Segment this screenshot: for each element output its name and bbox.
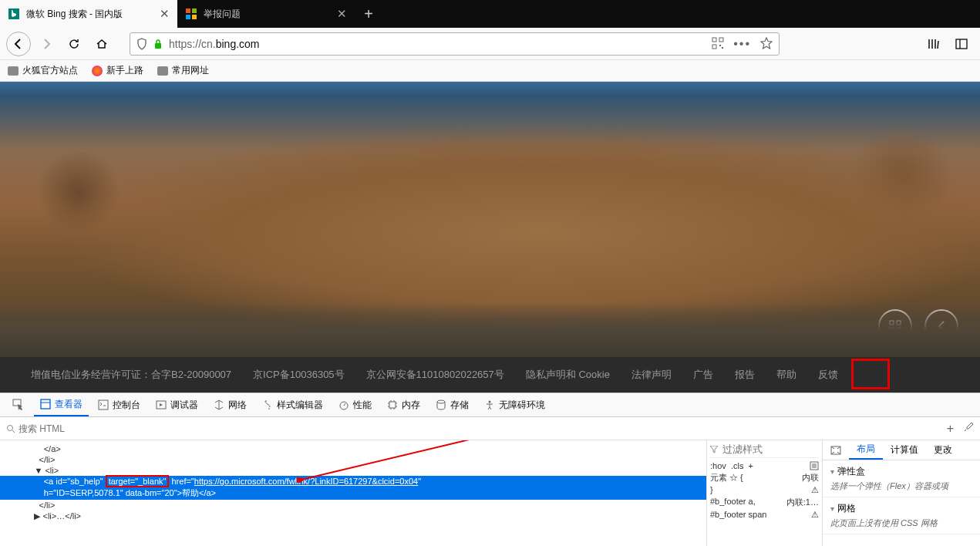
footer-legal[interactable]: 法律声明 [631, 368, 672, 382]
bookmark-item[interactable]: 火狐官方站点 [8, 64, 78, 77]
bookmarks-toolbar: 火狐官方站点 新手上路 常用网址 [0, 60, 980, 82]
devtools-tab-debugger[interactable]: 调试器 [150, 393, 204, 416]
chevron-down-icon: ▾ [830, 467, 834, 476]
sidebar-button[interactable] [949, 32, 974, 56]
devtools-tab-console[interactable]: 控制台 [92, 393, 146, 416]
footer-feedback[interactable]: 反馈 [818, 368, 838, 382]
svg-rect-20 [99, 400, 108, 410]
footer-gongan[interactable]: 京公网安备11010802022657号 [366, 368, 504, 382]
browser-tab-active[interactable]: 微软 Bing 搜索 - 国内版 ✕ [0, 0, 177, 28]
annotation-attr-box: target="_blank" [106, 475, 170, 487]
svg-rect-10 [722, 47, 723, 49]
dom-line[interactable]: </a> [0, 443, 706, 454]
tab-title: 举报问题 [204, 8, 241, 21]
layout-grid-section[interactable]: ▾网格 此页面上没有使用 CSS 网格 [823, 497, 980, 534]
page-footer: 增值电信业务经营许可证：合字B2-20090007 京ICP备10036305号… [0, 357, 980, 393]
tab-title: 微软 Bing 搜索 - 国内版 [26, 8, 123, 21]
forward-button[interactable] [34, 32, 59, 56]
filter-icon [710, 446, 718, 453]
css-rule[interactable]: }⚠ [710, 484, 819, 496]
page-actions-icon[interactable]: ••• [733, 37, 751, 51]
browser-tab-strip: 微软 Bing 搜索 - 国内版 ✕ 举报问题 ✕ + [0, 0, 980, 28]
stylesheet-button[interactable] [810, 461, 819, 470]
hero-prev-button[interactable] [924, 309, 958, 343]
devtools-tab-performance[interactable]: 性能 [332, 393, 378, 416]
footer-privacy[interactable]: 隐私声明和 Cookie [526, 368, 610, 382]
svg-rect-17 [13, 399, 21, 406]
dom-line-selected[interactable]: h="ID=SERP,5078.1" data-bm="20">帮助</a> [0, 487, 706, 500]
dom-line[interactable]: ▶ <li>…</li> [0, 511, 706, 522]
show-boxmodel-button[interactable] [823, 440, 849, 460]
cls-toggle[interactable]: .cls [731, 461, 744, 470]
new-tab-button[interactable]: + [355, 0, 382, 28]
folder-icon [157, 66, 168, 76]
devtools-tab-memory[interactable]: 内存 [381, 393, 426, 416]
devtools-tab-inspector[interactable]: 查看器 [34, 393, 89, 416]
footer-report[interactable]: 报告 [735, 368, 755, 382]
close-icon[interactable]: ✕ [337, 7, 347, 21]
reload-button[interactable] [62, 32, 86, 56]
devtools-tab-storage[interactable]: 存储 [429, 393, 475, 416]
warning-icon: ⚠ [811, 485, 819, 495]
browser-tab[interactable]: 举报问题 ✕ [177, 0, 355, 28]
footer-help[interactable]: 帮助 [776, 368, 796, 382]
devtools-tab-network[interactable]: 网络 [207, 393, 253, 416]
bookmark-item[interactable]: 常用网址 [157, 64, 209, 77]
homepage-hero-image [0, 82, 980, 357]
dom-tree-pane[interactable]: </a> </li> ▼ <li> <a id="sb_help" target… [0, 440, 706, 546]
ms-favicon [185, 8, 197, 20]
dom-line-selected[interactable]: <a id="sb_help" target="_blank" href="ht… [0, 476, 706, 487]
devtools-tab-style[interactable]: 样式编辑器 [256, 393, 329, 416]
footer-license: 增值电信业务经营许可证：合字B2-20090007 [31, 368, 231, 382]
eyedropper-button[interactable] [963, 422, 974, 436]
library-button[interactable] [921, 32, 946, 56]
devtools-inspect-toggle[interactable] [6, 393, 31, 416]
back-button[interactable] [6, 32, 31, 56]
css-rules-pane[interactable]: :hov .cls + 元素 ☆ {内联 }⚠ #b_footer a,内联:1… [706, 440, 822, 546]
css-rule[interactable]: #b_footer a,内联:1… [710, 496, 819, 509]
annotation-highlight-box [851, 359, 890, 389]
dom-line[interactable]: ▼ <li> [0, 465, 706, 476]
home-button[interactable] [89, 32, 114, 56]
dom-line[interactable]: </li> [0, 454, 706, 465]
warning-icon: ⚠ [811, 510, 819, 520]
footer-ads[interactable]: 广告 [693, 368, 713, 382]
svg-rect-9 [719, 45, 721, 46]
css-rule[interactable]: #b_footer span⚠ [710, 509, 819, 521]
add-rule-button[interactable]: + [749, 461, 753, 470]
devtools-tab-accessibility[interactable]: 无障碍环境 [478, 393, 551, 416]
svg-rect-5 [155, 43, 161, 49]
layout-flexbox-section[interactable]: ▾弹性盒 选择一个弹性（Flex）容器或项 [823, 460, 980, 497]
style-filter-input[interactable] [722, 443, 769, 455]
svg-rect-16 [897, 328, 901, 332]
firefox-icon [92, 66, 103, 76]
chevron-down-icon: ▾ [830, 504, 834, 513]
close-icon[interactable]: ✕ [160, 7, 170, 21]
lock-icon[interactable] [153, 39, 163, 49]
hov-toggle[interactable]: :hov [710, 461, 726, 470]
layout-pane: 布局 计算值 更改 ▾弹性盒 选择一个弹性（Flex）容器或项 ▾网格 此页面上… [822, 440, 980, 546]
html-search-input[interactable] [19, 423, 173, 434]
svg-rect-7 [719, 38, 723, 42]
footer-icp[interactable]: 京ICP备10036305号 [253, 368, 345, 382]
hero-menu-button[interactable] [878, 309, 912, 343]
css-rule[interactable]: 元素 ☆ {内联 [710, 471, 819, 484]
svg-rect-2 [192, 8, 197, 13]
svg-rect-6 [712, 38, 716, 42]
folder-icon [8, 66, 19, 76]
svg-rect-13 [890, 321, 894, 325]
add-node-button[interactable]: + [947, 422, 954, 436]
svg-rect-8 [712, 45, 716, 49]
layout-tab-computed[interactable]: 计算值 [883, 440, 926, 460]
devtools-toolbar: 查看器 控制台 调试器 网络 样式编辑器 性能 内存 存储 无障碍环境 [0, 393, 980, 417]
bookmark-item[interactable]: 新手上路 [92, 64, 143, 77]
dom-line[interactable]: </li> [0, 500, 706, 511]
svg-rect-1 [186, 8, 190, 13]
bookmark-star-icon[interactable] [760, 37, 773, 51]
qr-icon[interactable] [712, 37, 724, 51]
layout-tab-layout[interactable]: 布局 [849, 440, 883, 460]
layout-tab-changes[interactable]: 更改 [926, 440, 960, 460]
layout-tabs: 布局 计算值 更改 [823, 440, 980, 460]
url-bar[interactable]: https://cn.bing.com ••• [130, 32, 780, 56]
tracking-shield-icon[interactable] [136, 38, 147, 50]
